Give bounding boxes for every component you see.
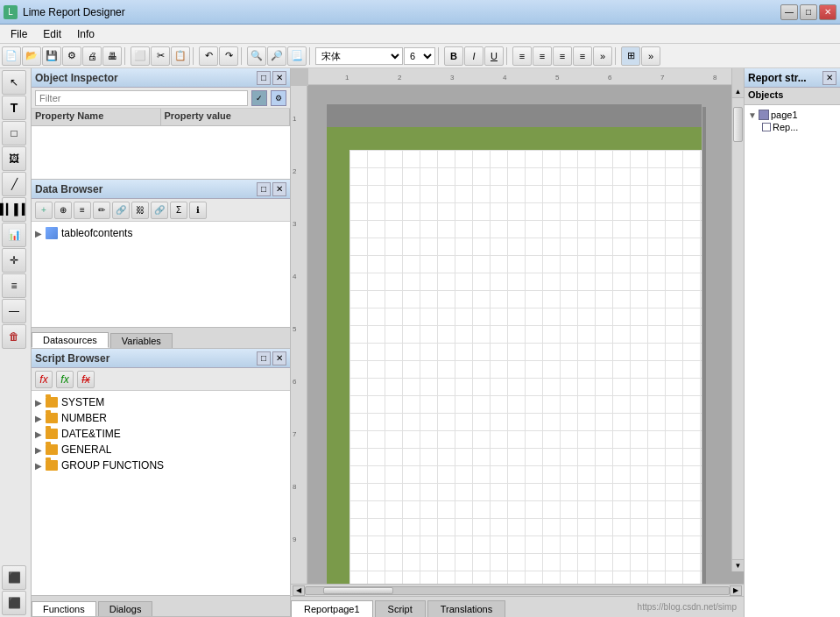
print-layout-button[interactable]: 🖨 [82,46,102,66]
redo-button[interactable]: ↷ [219,46,238,66]
line-tool[interactable]: ╱ [2,172,26,196]
tab-dialogs[interactable]: Dialogs [98,601,153,616]
script-browser-restore[interactable]: □ [257,351,271,365]
filter-settings-button[interactable]: ⚙ [271,90,286,106]
tab-script[interactable]: Script [375,600,426,617]
undo-button[interactable]: ↶ [199,46,218,66]
script-toolbar: fx fx fx [32,368,290,391]
scroll-up-btn[interactable]: ▲ [732,86,744,98]
data-link-btn[interactable]: 🔗 [112,202,130,219]
data-edit-btn[interactable]: ✏ [93,202,110,219]
data-remove-btn[interactable]: 🔗 [151,202,168,219]
ruler-h-wrapper: 1 2 3 4 5 6 7 8 S [291,68,744,86]
cross-tool[interactable]: ✛ [2,248,26,273]
script-general-item[interactable]: ▶ GENERAL [35,442,286,457]
scroll-thumb-h[interactable] [323,587,393,594]
script-fx3-btn[interactable]: fx [77,371,95,388]
script-fx2-btn[interactable]: fx [56,371,74,388]
cut-button[interactable]: ✂ [151,46,170,66]
align-left-button[interactable]: ≡ [512,46,532,66]
scroll-thumb-v[interactable] [733,107,743,142]
maximize-button[interactable]: □ [800,4,817,20]
bold-button[interactable]: B [444,46,463,66]
copy-button[interactable]: ⬜ [131,46,150,66]
scroll-left-btn[interactable]: ◀ [293,585,305,596]
cursor-tool[interactable]: ↖ [2,70,26,95]
zoom-out-button[interactable]: 🔎 [267,46,286,66]
script-browser-close[interactable]: ✕ [272,351,286,365]
tab-functions[interactable]: Functions [32,601,96,616]
object-inspector-close[interactable]: ✕ [272,71,286,85]
page1-item[interactable]: ▼ page1 [748,109,836,121]
data-list-btn[interactable]: ≡ [74,202,91,219]
align-right-button[interactable]: ≡ [553,46,572,66]
object-inspector-restore[interactable]: □ [257,71,271,85]
paste-button[interactable]: 📋 [171,46,190,66]
close-button[interactable]: ✕ [819,4,836,20]
report-structure-close[interactable]: ✕ [822,71,836,85]
print-button[interactable]: 🖶 [102,46,122,66]
page-header-band [327,104,702,127]
new-button[interactable]: 📄 [2,46,21,66]
separator-tool[interactable]: — [2,299,26,323]
print-preview-button[interactable]: 📃 [287,46,307,66]
scroll-down-btn[interactable]: ▼ [732,559,744,571]
text-tool[interactable]: T [2,96,26,120]
data-calc-btn[interactable]: Σ [170,202,187,219]
tab-datasources[interactable]: Datasources [32,332,109,348]
tab-variables[interactable]: Variables [110,333,173,348]
collapse-tool[interactable]: ⬛ [2,591,26,615]
menu-edit[interactable]: Edit [36,26,68,42]
delete-tool[interactable]: 🗑 [2,324,26,349]
filter-check-button[interactable]: ✓ [251,90,267,106]
data-toolbar: + ⊕ ≡ ✏ 🔗 ⛓ 🔗 Σ ℹ [32,199,290,222]
zoom-in-button[interactable]: 🔍 [247,46,266,66]
data-layers-btn[interactable]: ⊕ [54,202,72,219]
italic-button[interactable]: I [464,46,484,66]
canvas-body: 1 2 3 4 5 6 7 8 9 [291,86,744,584]
save-button[interactable]: 💾 [42,46,61,66]
page-green-left [327,127,349,584]
page1-arrow: ▼ [748,110,757,120]
script-system-item[interactable]: ▶ SYSTEM [35,394,286,410]
align-center-button[interactable]: ≡ [533,46,552,66]
align-justify-button[interactable]: ≡ [573,46,592,66]
font-family-select[interactable]: 宋体 [315,47,403,65]
scroll-right-btn[interactable]: ▶ [730,585,742,596]
report-item[interactable]: Rep... [762,121,836,133]
barcode-tool[interactable]: ▋▎▌▍ [2,197,26,222]
datasource-item[interactable]: ▶ tableofcontents [35,225,286,241]
stripe-tool[interactable]: ≡ [2,273,26,298]
open-button[interactable]: 📂 [22,46,41,66]
data-browser-close[interactable]: ✕ [272,182,286,196]
vertical-scrollbar[interactable]: ▲ ▼ [731,86,744,571]
image-tool[interactable]: 🖼 [2,146,26,171]
more-button[interactable]: » [593,46,612,66]
script-group-item[interactable]: ▶ GROUP FUNCTIONS [35,457,286,473]
more2-button[interactable]: » [641,46,660,66]
rect-tool[interactable]: □ [2,121,26,145]
underline-button[interactable]: U [484,46,504,66]
script-fx1-btn[interactable]: fx [35,371,53,388]
data-unlink-btn[interactable]: ⛓ [131,202,149,219]
menu-file[interactable]: File [4,26,34,42]
chart-tool[interactable]: 📊 [2,223,26,247]
grid-button[interactable]: ⊞ [621,46,640,66]
script-number-item[interactable]: ▶ NUMBER [35,410,286,426]
script-datetime-item[interactable]: ▶ DATE&TIME [35,426,286,442]
canvas-scroll[interactable]: ▲ ▼ [308,86,744,584]
tab-reportpage1[interactable]: Reportpage1 [291,600,373,617]
settings-button[interactable]: ⚙ [62,46,81,66]
menu-info[interactable]: Info [70,26,102,42]
minimize-button[interactable]: — [780,4,798,20]
font-size-select[interactable]: 6 [404,47,435,65]
data-info-btn[interactable]: ℹ [189,202,207,219]
data-add-btn[interactable]: + [35,202,53,219]
expand-tool[interactable]: ⬛ [2,565,26,590]
data-browser-restore[interactable]: □ [257,182,271,196]
filter-row: ✓ ⚙ [32,88,290,109]
tab-translations[interactable]: Translations [427,600,506,617]
filter-input[interactable] [35,90,248,106]
horizontal-scrollbar[interactable]: ◀ ▶ [291,584,744,596]
svg-text:4: 4 [503,74,507,82]
